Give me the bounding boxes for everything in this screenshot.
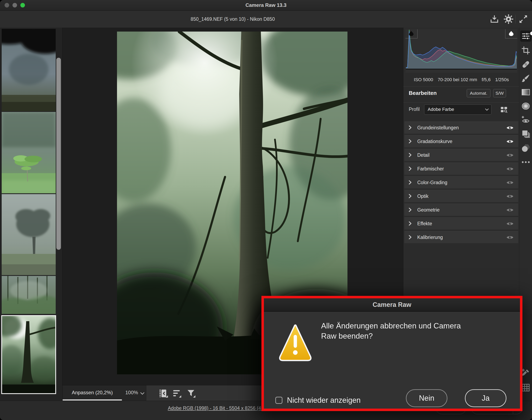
panel-effekte[interactable]: Effekte [404,217,518,230]
more-tools-button[interactable] [521,158,530,167]
panel-visibility-toggle[interactable] [506,180,514,185]
panel-kalibrierung[interactable]: Kalibrierung [404,231,518,243]
divider [403,86,519,87]
panel-label: Gradationskurve [417,135,453,147]
dialog-title-bar[interactable]: Camera Raw [264,298,520,312]
fullscreen-button[interactable] [518,14,528,24]
filmstrip-scrollbar[interactable] [56,58,61,250]
histogram[interactable] [406,29,517,73]
chevron-down-icon [485,108,489,111]
filter-button[interactable] [187,389,196,398]
dialog-yes-button[interactable]: Ja [465,389,506,407]
document-toolbar: 850_1469.NEF (5 von 10) - Nikon D850 [0,11,532,28]
auto-adjust-button[interactable]: Automat. [467,89,490,97]
red-eye-tool-button[interactable] [521,115,530,125]
eye-icon [506,166,514,171]
thumbnail-5[interactable] [1,315,56,394]
panel-label: Effekte [417,218,432,230]
eye-icon [506,208,514,212]
edit-tool-button[interactable] [521,31,530,41]
panel-label: Optik [417,190,428,202]
chevron-right-icon [408,194,412,198]
chevron-right-icon [408,180,412,185]
panel-farbmischer[interactable]: Farbmischer [404,163,518,175]
thumbnail-4[interactable] [2,276,56,314]
radial-gradient-tool-button[interactable] [521,102,530,111]
filmstrip-toggle-button[interactable] [159,389,168,398]
color-sampler-button[interactable] [521,368,530,377]
camera-raw-window: Camera Raw 13.3 850_1469.NEF (5 von 10) … [0,0,532,420]
panel-detail[interactable]: Detail [404,149,518,161]
dont-show-again-label: Nicht wieder anzeigen [287,396,360,405]
preferences-button[interactable] [503,14,514,24]
zoom-level-select[interactable]: 100% [123,385,146,401]
brush-tool-button[interactable] [521,74,530,83]
warning-triangle-icon [277,323,314,363]
panel-geometrie[interactable]: Geometrie [404,204,518,216]
highlight-clipping-icon [508,31,514,36]
panel-visibility-toggle[interactable] [506,208,514,212]
profile-select[interactable]: Adobe Farbe [424,105,491,115]
healing-tool-button[interactable] [521,60,530,69]
profile-browser-button[interactable] [500,106,508,113]
panel-label: Geometrie [417,204,439,216]
presets-button[interactable] [521,143,530,153]
panel-visibility-toggle[interactable] [506,153,514,158]
chevron-right-icon [408,221,412,226]
shadow-clipping-toggle[interactable] [406,29,418,38]
panel-optik[interactable]: Optik [404,190,518,202]
dialog-message: Alle Änderungen abbrechen und Camera Raw… [321,321,504,341]
radial-gradient-icon [521,102,530,111]
thumbnail-3[interactable] [2,194,56,275]
eye-icon [506,125,514,130]
panel-color-grading[interactable]: Color-Grading [404,176,518,189]
thumbnail-image [2,316,55,393]
exif-iso: ISO 5000 [414,77,433,82]
panel-visibility-toggle[interactable] [506,166,514,171]
eye-icon [506,235,514,240]
panel-visibility-toggle[interactable] [506,194,514,199]
eye-icon [506,180,514,185]
dont-show-again-checkbox[interactable] [275,397,282,404]
panel-visibility-toggle[interactable] [506,139,514,144]
panel-grundeinstellungen[interactable]: Grundeinstellungen [404,121,518,134]
gear-icon [503,14,514,24]
chevron-down-icon [140,392,144,395]
black-white-button[interactable]: S/W [493,89,506,97]
sort-order-button[interactable] [172,389,182,398]
fit-view-underline [63,399,122,401]
panel-visibility-toggle[interactable] [506,235,514,240]
eye-icon [506,221,514,226]
eye-icon [506,153,514,158]
histogram-plot [406,30,517,69]
highlight-clipping-toggle[interactable] [505,29,517,38]
histogram-baseline [406,69,517,69]
thumbnail-1[interactable] [2,29,56,111]
dialog-title: Camera Raw [264,298,520,311]
fit-view-tab[interactable]: Anpassen (20,2%) [63,385,122,401]
snapshots-icon [521,129,530,138]
panel-label: Kalibrierung [417,231,443,243]
panel-visibility-toggle[interactable] [506,221,514,226]
panel-gradationskurve[interactable]: Gradationskurve [404,135,518,148]
profile-value: Adobe Farbe [428,107,454,112]
exif-aperture: f/5,6 [482,77,491,82]
fit-view-label: Anpassen (20,2%) [72,390,113,395]
panel-label: Color-Grading [417,177,447,189]
crop-tool-button[interactable] [521,46,530,55]
thumbnail-2[interactable] [2,112,56,193]
snapshots-button[interactable] [521,129,530,138]
red-eye-icon [521,115,530,125]
divider [403,102,519,103]
chevron-right-icon [408,235,412,240]
panel-visibility-toggle[interactable] [506,125,514,130]
dialog-no-button[interactable]: Nein [406,389,447,407]
dont-show-again-option[interactable]: Nicht wieder anzeigen [275,396,360,405]
chevron-right-icon [408,139,412,144]
expand-icon [518,14,528,24]
linear-gradient-tool-button[interactable] [521,88,530,97]
grid-overlay-button[interactable] [521,383,530,392]
crop-icon [521,46,530,55]
edit-section-title: Bearbeiten [409,90,437,96]
save-image-button[interactable] [489,14,499,24]
